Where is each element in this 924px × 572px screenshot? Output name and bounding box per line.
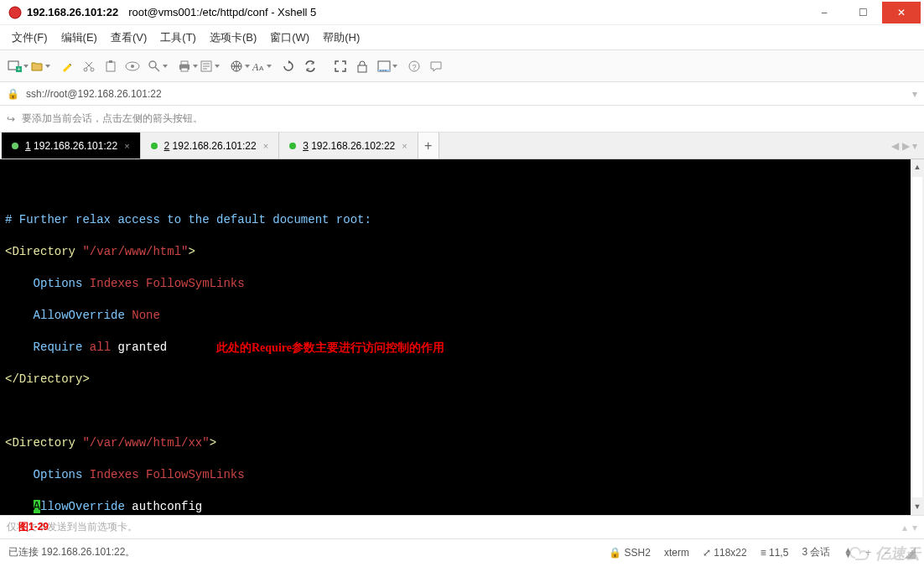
window-title: 192.168.26.101:22 root@vms001:/etc/httpd… <box>27 6 316 18</box>
tab-label: 192.168.26.102:22 <box>311 140 395 152</box>
tab-label: 192.168.26.101:22 <box>34 140 117 152</box>
svg-point-10 <box>149 61 156 68</box>
tab-close-icon[interactable]: × <box>263 141 268 151</box>
address-url[interactable]: ssh://root@192.168.26.101:22 <box>26 88 162 100</box>
info-text: 要添加当前会话，点击左侧的箭头按钮。 <box>22 112 203 126</box>
svg-rect-13 <box>181 68 188 71</box>
arrow-icon[interactable]: ↪ <box>7 113 15 125</box>
tab-num: 2 <box>164 140 170 152</box>
terminal-line: AllowOverride None <box>5 308 919 324</box>
status-term: xterm <box>664 547 689 559</box>
tab-strip: 1 192.168.26.101:22 × 2 192.168.26.101:2… <box>0 133 924 159</box>
status-dot-icon <box>151 143 158 149</box>
svg-point-9 <box>131 65 134 68</box>
close-button[interactable]: ✕ <box>882 2 921 23</box>
fullscreen-button[interactable] <box>330 56 350 76</box>
tab-1[interactable]: 1 192.168.26.101:22 × <box>2 133 141 159</box>
terminal-line: Require all granted <box>5 340 919 356</box>
svg-rect-6 <box>106 62 115 71</box>
tab-add-button[interactable]: + <box>418 133 439 159</box>
highlight-button[interactable] <box>57 56 77 76</box>
svg-text:A: A <box>259 65 264 72</box>
svg-rect-12 <box>181 61 188 65</box>
figure-label: 图1-29 <box>18 520 49 534</box>
font-button[interactable]: AA <box>248 56 268 76</box>
svg-rect-7 <box>109 60 112 63</box>
status-connected: 已连接 192.168.26.101:22。 <box>8 545 135 559</box>
globe-button[interactable] <box>226 56 247 76</box>
terminal-line: </Directory> <box>5 372 919 387</box>
open-button[interactable] <box>27 56 47 76</box>
paste-button[interactable] <box>101 56 121 76</box>
size-icon: ⤢ <box>703 547 711 559</box>
address-dropdown-icon[interactable]: ▾ <box>912 88 917 100</box>
cut-button[interactable] <box>79 56 99 76</box>
print-button[interactable] <box>174 56 195 76</box>
props-button[interactable] <box>196 56 216 76</box>
new-tab-button[interactable]: + <box>5 56 25 76</box>
app-logo-icon <box>8 6 22 19</box>
minimize-button[interactable]: – <box>805 2 844 23</box>
title-host: 192.168.26.101:22 <box>27 6 118 18</box>
tab-close-icon[interactable]: × <box>124 141 129 151</box>
cmd-button[interactable] <box>374 56 394 76</box>
status-dot-icon <box>12 143 18 149</box>
sync-button[interactable] <box>300 56 320 76</box>
svg-text:?: ? <box>412 63 416 71</box>
menu-tools[interactable]: 工具(T) <box>155 27 201 49</box>
tab-3[interactable]: 3 192.168.26.102:22 × <box>279 133 418 159</box>
lock-button[interactable] <box>352 56 372 76</box>
tab-label: 192.168.26.101:22 <box>173 140 257 152</box>
terminal-line <box>5 403 919 419</box>
tab-num: 3 <box>303 140 309 152</box>
menu-tabs[interactable]: 选项卡(B) <box>205 27 262 49</box>
status-bar: 已连接 192.168.26.101:22。 🔒 SSH2 xterm ⤢ 11… <box>0 538 924 565</box>
terminal-line: Options Indexes FollowSymLinks <box>5 467 919 483</box>
svg-point-21 <box>380 70 382 71</box>
terminal[interactable]: # Further relax access to the default do… <box>0 159 924 515</box>
status-sessions: 3 会话 <box>802 545 830 559</box>
annotation-text: 此处的Require参数主要进行访问控制的作用 <box>216 340 444 356</box>
terminal-scrollbar[interactable]: ▴▾ <box>911 159 924 515</box>
menu-file[interactable]: 文件(F) <box>7 27 53 49</box>
cursor-icon: ≡ <box>760 547 766 559</box>
terminal-line: <Directory "/var/www/html/xx"> <box>5 435 919 451</box>
terminal-line <box>5 180 919 196</box>
svg-rect-20 <box>378 70 390 71</box>
svg-point-0 <box>9 7 21 18</box>
find-button[interactable] <box>144 56 164 76</box>
title-bar: 192.168.26.101:22 root@vms001:/etc/httpd… <box>0 0 924 25</box>
svg-rect-18 <box>358 65 366 72</box>
terminal-line: AllowOverride authconfig <box>5 499 919 515</box>
menu-window[interactable]: 窗口(W) <box>265 27 314 49</box>
svg-text:A: A <box>252 61 259 73</box>
refresh-button[interactable] <box>278 56 298 76</box>
status-dot-icon <box>289 143 296 149</box>
menu-bar: 文件(F) 编辑(E) 查看(V) 工具(T) 选项卡(B) 窗口(W) 帮助(… <box>0 25 924 50</box>
tab-2[interactable]: 2 192.168.26.101:22 × <box>141 133 280 159</box>
svg-point-4 <box>84 68 87 71</box>
svg-text:+: + <box>17 65 21 73</box>
speech-button[interactable] <box>426 56 446 76</box>
tab-close-icon[interactable]: × <box>402 141 407 151</box>
eye-button[interactable] <box>122 56 143 76</box>
menu-help[interactable]: 帮助(H) <box>318 27 365 49</box>
hint-bar: 仅将文本发送到当前选项卡。 图1-29 ▴ ▾ <box>0 515 924 538</box>
status-cursor: 11,5 <box>769 547 788 559</box>
tab-num: 1 <box>25 140 31 152</box>
menu-edit[interactable]: 编辑(E) <box>56 27 102 49</box>
title-path: root@vms001:/etc/httpd/conf - Xshell 5 <box>128 6 316 18</box>
terminal-line: <Directory "/var/www/html"> <box>5 244 919 260</box>
info-bar: ↪ 要添加当前会话，点击左侧的箭头按钮。 <box>0 106 924 133</box>
svg-point-22 <box>382 70 384 71</box>
toolbar: + AA ? <box>0 50 924 82</box>
terminal-line: Options Indexes FollowSymLinks <box>5 276 919 292</box>
menu-view[interactable]: 查看(V) <box>106 27 152 49</box>
maximize-button[interactable]: ☐ <box>844 2 882 23</box>
help-button[interactable]: ? <box>404 56 424 76</box>
tab-nav-arrows[interactable]: ◀ ▶ ▾ <box>885 133 924 159</box>
ssh-lock-icon: 🔒 <box>609 547 621 559</box>
terminal-line: # Further relax access to the default do… <box>5 212 919 228</box>
svg-point-23 <box>385 70 387 71</box>
status-size: 118x22 <box>714 547 746 559</box>
